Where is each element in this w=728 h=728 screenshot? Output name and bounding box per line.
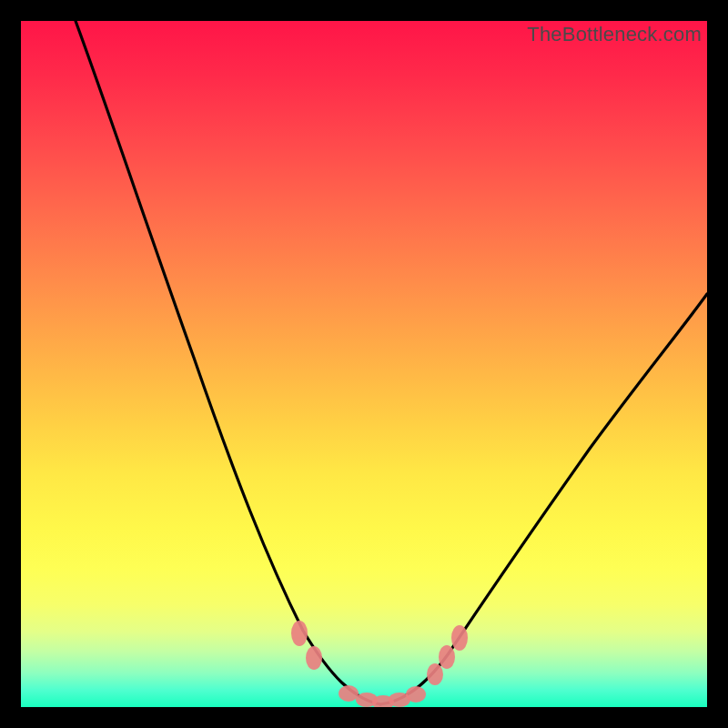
marker-dot [306, 646, 322, 670]
marker-dot [406, 686, 426, 703]
chart-frame: TheBottleneck.com [21, 21, 707, 707]
marker-dot [439, 645, 455, 669]
curve-plot [21, 21, 707, 707]
left-curve [76, 21, 380, 704]
marker-dot [291, 621, 308, 646]
watermark-text: TheBottleneck.com [527, 23, 702, 46]
marker-dot [427, 663, 443, 685]
right-curve [380, 294, 707, 704]
marker-group [291, 621, 468, 707]
marker-dot [451, 625, 468, 651]
marker-dot [339, 685, 359, 702]
